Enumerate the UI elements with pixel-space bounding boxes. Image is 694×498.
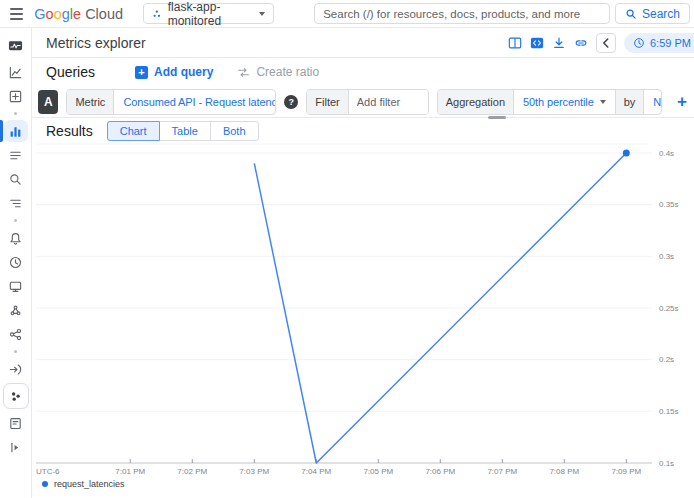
legend-dot-icon [42,481,48,487]
sidebar-item-query-logs[interactable] [0,167,32,191]
query-badge: A [38,90,58,114]
add-query-label: Add query [154,65,213,79]
project-icon [152,8,162,20]
svg-text:0.2s: 0.2s [659,355,674,364]
group-by-dropdown[interactable]: None [644,90,662,114]
search-input[interactable] [323,8,601,20]
filter-label: Filter [307,90,348,114]
sidebar-item-notifications[interactable] [0,226,32,250]
bell-icon [8,231,23,246]
svg-text:0.4s: 0.4s [659,149,674,158]
tab-table[interactable]: Table [159,121,211,141]
top-bar: Google Cloud flask-app-monitored Search [0,0,694,28]
monitor-icon [8,279,23,294]
collapse-time-range-button[interactable] [596,33,616,53]
metric-label: Metric [67,90,114,114]
sidebar-item-groups[interactable] [0,298,32,322]
project-selector[interactable]: flask-app-monitored [143,3,274,24]
sidebar-item-divider-1 [0,108,32,119]
logo-google: Google [34,6,81,22]
sidebar-item-uptime-checks[interactable] [0,250,32,274]
pulse-icon [8,38,23,53]
header-actions: 6:59 PM - 7:0 [508,33,686,53]
project-name: flask-app-monitored [168,0,253,28]
arrowin-icon [8,362,23,377]
add-aggregation-button[interactable]: + [670,92,694,112]
link-icon[interactable] [574,36,588,50]
legend-label: request_latencies [54,479,125,489]
sidebar-item-alerting[interactable] [0,143,32,167]
by-label: by [615,90,645,114]
clock-icon [633,37,645,49]
sidebar-item-overview[interactable] [0,60,32,84]
dashboard-icon [8,89,23,104]
create-ratio-button[interactable]: Create ratio [237,65,319,79]
page-header: Metrics explorer 6:59 PM - 7:0 [32,28,694,58]
add-query-button[interactable]: + Add query [135,65,213,79]
clock-icon [8,255,23,270]
filter-group: Filter [306,89,428,115]
results-bar: Results Chart Table Both [32,119,694,143]
chart-legend[interactable]: request_latencies [42,479,125,489]
divider-dot-icon [14,112,17,115]
ratio-icon [237,66,250,79]
sidebar-item-divider-2 [0,215,32,226]
chevron-left-icon [602,38,610,48]
search-button-label: Search [642,7,680,21]
page-title: Metrics explorer [46,35,146,51]
chevron-down-icon [259,12,265,16]
svg-text:7:03 PM: 7:03 PM [239,467,269,476]
queries-bar: Queries + Add query Create ratio [32,58,694,86]
item-highlight [3,383,29,409]
code-sample-icon[interactable] [530,36,544,50]
svg-text:0.3s: 0.3s [659,252,674,261]
linechart-icon [8,65,23,80]
svg-text:0.15s: 0.15s [659,407,679,416]
divider-dot-icon [14,219,17,222]
svg-text:7:07 PM: 7:07 PM [487,467,517,476]
sidebar-item-integrations[interactable] [0,357,32,381]
svg-text:7:04 PM: 7:04 PM [301,467,331,476]
time-range-selector[interactable]: 6:59 PM - 7:0 [624,33,694,53]
expand-icon [8,440,23,455]
sidebar-item-monitored-resources[interactable] [0,274,32,298]
sidebar-item-traces[interactable] [0,191,32,215]
sidebar-item-dashboards[interactable] [0,84,32,108]
share-icon [8,327,23,342]
metric-value: Consumed API - Request latencies [123,96,276,108]
results-tabs: Chart Table Both [107,121,259,141]
svg-text:7:05 PM: 7:05 PM [363,467,393,476]
metric-dropdown[interactable]: Consumed API - Request latencies [114,90,276,114]
tab-chart[interactable]: Chart [107,121,160,141]
group-by-value: None [653,96,662,108]
sidebar-item-kubernetes-engine[interactable] [0,381,32,411]
filter-input[interactable] [349,90,429,114]
reading-pane-icon[interactable] [508,36,522,50]
aggregation-dropdown[interactable]: 50th percentile [514,90,615,114]
cluster-icon [8,303,23,318]
aggregation-value: 50th percentile [523,96,594,108]
download-icon[interactable] [552,36,566,50]
sidebar-item-collapse-panel[interactable] [0,435,32,459]
sidebar-item-settings[interactable] [0,411,32,435]
search-icon [625,8,637,20]
sidebar-item-metrics-explorer[interactable] [0,119,32,143]
svg-text:7:08 PM: 7:08 PM [549,467,579,476]
search-button[interactable]: Search [615,3,690,24]
svg-text:7:09 PM: 7:09 PM [611,467,641,476]
sidebar-item-services[interactable] [0,322,32,346]
metric-group: Metric Consumed API - Request latencies [66,89,276,115]
queries-title: Queries [46,64,95,80]
global-search [314,3,610,24]
tab-both[interactable]: Both [210,121,259,141]
svg-text:0.35s: 0.35s [659,200,679,209]
svg-text:7:06 PM: 7:06 PM [425,467,455,476]
add-icon: + [135,66,148,79]
svg-text:7:01 PM: 7:01 PM [115,467,145,476]
latency-line-chart: 0.4s0.35s0.3s0.25s0.2s0.15s0.1s7:01 PM7:… [32,142,694,482]
item-highlight [4,120,28,142]
traces-icon [8,196,23,211]
menu-icon[interactable] [10,8,23,20]
help-icon[interactable]: ? [284,95,298,109]
divider-dot-icon [14,350,17,353]
